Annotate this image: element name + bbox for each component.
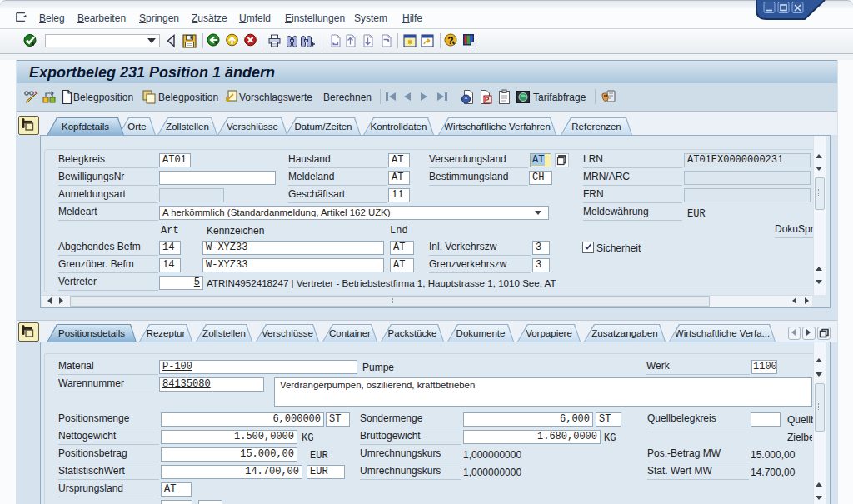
svg-text:?: ? bbox=[447, 35, 453, 47]
